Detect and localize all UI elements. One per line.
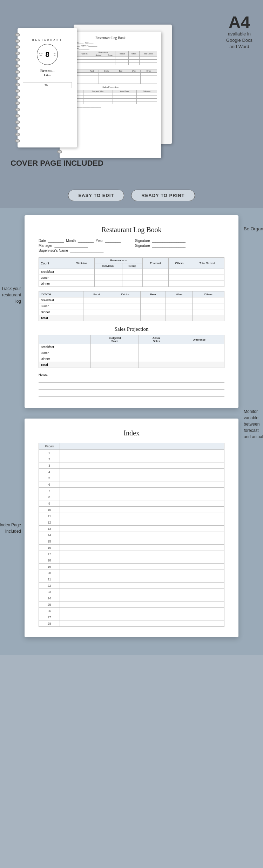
index-row: 26 (39, 608, 224, 614)
index-content-header (60, 443, 224, 450)
cover-page-included-label: COVER PAGE INCLUDED (11, 158, 103, 169)
index-page-num: 5 (39, 475, 60, 481)
index-row: 7 (39, 488, 224, 494)
easy-to-edit-badge: EASY TO EDIT (68, 190, 124, 201)
breakfast-row-res: Breakfast (39, 269, 69, 275)
index-page-content (60, 614, 224, 620)
index-page-num: 28 (39, 620, 60, 627)
index-row: 11 (39, 513, 224, 519)
logbook-section: Track yourrestaurantlog Be Organized Mon… (25, 215, 238, 408)
month-label: Month (66, 239, 76, 243)
index-page-content (60, 519, 224, 526)
index-row: 13 (39, 526, 224, 532)
mini-logbook-title: Restaurant Log Book (64, 36, 157, 40)
index-page-num: 14 (39, 532, 60, 538)
index-page-content (60, 456, 224, 462)
main-content: Track yourrestaurantlog Be Organized Mon… (0, 208, 263, 655)
index-page-num: 20 (39, 570, 60, 576)
notes-line-1 (39, 376, 224, 383)
index-page-content (60, 513, 224, 519)
monitor-annotation: Monitorvariablebetweenforecastand actual… (244, 408, 263, 440)
breakfast-sales: Breakfast (39, 297, 83, 303)
index-page-num: 24 (39, 595, 60, 601)
sales-projection-table: BudgetedSales ActualSales Difference Bre… (39, 335, 224, 368)
logbook-doc-fields: Date _________ Month _________ Year ____… (39, 239, 224, 252)
reservations-table: Count Walk-ins Reservations Forecast Oth… (39, 257, 224, 287)
index-section: Index PageIncluded Index Pages 1 2 3 (25, 419, 238, 637)
index-page-content (60, 564, 224, 570)
index-page-content (60, 475, 224, 481)
cover-spiral (15, 28, 20, 147)
index-page-num: 26 (39, 608, 60, 614)
index-row: 6 (39, 481, 224, 488)
sales-table: Income Food Drinks Beer Wine Others Brea… (39, 291, 224, 321)
notes-line-2 (39, 383, 224, 390)
index-page-content (60, 570, 224, 576)
index-page-num: 11 (39, 513, 60, 519)
index-page-content (60, 576, 224, 583)
index-row: 14 (39, 532, 224, 538)
index-page-num: 1 (39, 450, 60, 456)
index-row: 1 (39, 450, 224, 456)
be-organized-annotation: Be Organized (244, 226, 263, 232)
index-page-content (60, 462, 224, 469)
index-page-num: 21 (39, 576, 60, 583)
mini-projection-table: Budgeted SalesActual SalesDifference Bre… (64, 90, 157, 104)
index-row: 25 (39, 601, 224, 608)
index-row: 27 (39, 614, 224, 620)
index-page-content (60, 507, 224, 513)
notes-label: Notes: (39, 373, 48, 376)
index-row: 17 (39, 551, 224, 557)
index-page-content (60, 494, 224, 500)
ready-to-print-badge: READY TO PRINT (131, 190, 195, 201)
index-page-content (60, 557, 224, 564)
index-page-num: 16 (39, 545, 60, 551)
track-annotation: Track yourrestaurantlog (0, 285, 21, 304)
index-page-content (60, 532, 224, 538)
index-doc-card: Index Pages 1 2 3 4 5 (25, 419, 238, 637)
index-page-content (60, 469, 224, 475)
index-page-num: 9 (39, 500, 60, 507)
index-page-num: 10 (39, 507, 60, 513)
index-page-num: 22 (39, 583, 60, 589)
dinner-row-res: Dinner (39, 281, 69, 287)
index-row: 21 (39, 576, 224, 583)
date-field: Date _________ Month _________ Year ____… (39, 239, 128, 243)
index-page-num: 7 (39, 488, 60, 494)
manager-field: Manager ___________________ (39, 244, 128, 248)
index-page-num: 15 (39, 538, 60, 545)
sales-projection-subtitle: Sales Projection (39, 326, 224, 332)
date-label: Date (39, 239, 46, 243)
index-page-content (60, 481, 224, 488)
index-title: Index (39, 429, 224, 437)
dinner-sales: Dinner (39, 309, 83, 315)
index-row: 3 (39, 462, 224, 469)
notes-section: Notes: (39, 373, 224, 397)
mini-reservations-table: Count Walk-ins Reservations Forecast Oth… (64, 51, 157, 65)
index-row: 8 (39, 494, 224, 500)
index-page-content (60, 608, 224, 614)
index-page-num: 3 (39, 462, 60, 469)
index-page-num: 2 (39, 456, 60, 462)
a4-badge: A4 available inGoogle Docsand Word (226, 14, 252, 50)
index-col-header: Pages (39, 443, 60, 450)
index-row: 12 (39, 519, 224, 526)
breakfast-proj: Breakfast (39, 344, 91, 350)
logbook-doc-title: Restaurant Log Book (39, 226, 224, 234)
index-row: 19 (39, 564, 224, 570)
index-page-content (60, 583, 224, 589)
index-page-content (60, 545, 224, 551)
index-row: 22 (39, 583, 224, 589)
index-page-content (60, 488, 224, 494)
lunch-row-res: Lunch (39, 275, 69, 281)
index-page-content (60, 620, 224, 627)
index-page-num: 19 (39, 564, 60, 570)
index-page-num: 13 (39, 526, 60, 532)
index-row: 2 (39, 456, 224, 462)
supervisor-label: Supervisor's Name (39, 249, 68, 252)
index-page-num: 25 (39, 601, 60, 608)
manager-label: Manager (39, 244, 52, 248)
index-page-content (60, 551, 224, 557)
index-page-num: 27 (39, 614, 60, 620)
index-row: 4 (39, 469, 224, 475)
